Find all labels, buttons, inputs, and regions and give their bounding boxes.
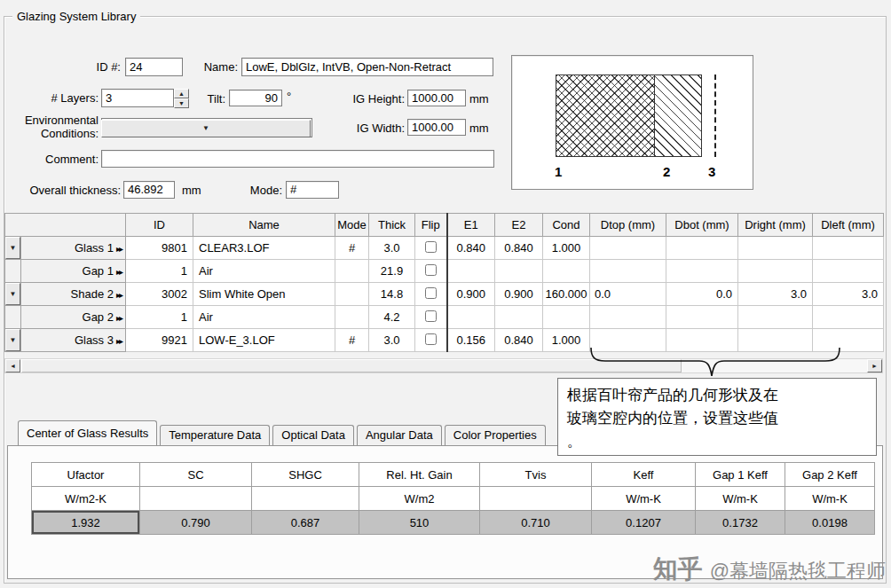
double-arrow-icon[interactable]: ▸▸: [116, 290, 122, 300]
name-field[interactable]: [241, 58, 493, 76]
row-dropdown-icon[interactable]: ▼: [5, 237, 20, 259]
scroll-right-icon[interactable]: ►: [867, 359, 882, 372]
cell-e2[interactable]: 0.900: [495, 283, 543, 306]
cell-dbot[interactable]: [666, 237, 738, 260]
results-value-ufactor[interactable]: 1.932: [32, 511, 140, 535]
results-values-row: 1.932 0.790 0.687 510 0.710 0.1207 0.173…: [32, 511, 875, 535]
cell-e1[interactable]: 0.900: [447, 283, 495, 306]
double-arrow-icon[interactable]: ▸▸: [116, 267, 122, 277]
cell-name[interactable]: Air: [193, 260, 335, 283]
cell-id[interactable]: 1: [126, 260, 193, 283]
comment-field[interactable]: [101, 150, 494, 168]
cell-id[interactable]: 9921: [126, 329, 193, 352]
spinner-up-icon[interactable]: ▲: [174, 89, 189, 98]
cell-e2[interactable]: 0.840: [495, 329, 543, 352]
flip-checkbox[interactable]: [425, 287, 437, 299]
spinner-down-icon[interactable]: ▼: [174, 98, 189, 108]
double-arrow-icon[interactable]: ▸▸: [116, 313, 122, 323]
row-dropdown-icon[interactable]: ▼: [5, 283, 20, 305]
col-header-e1: E1: [447, 214, 495, 237]
tab-angular-data[interactable]: Angular Data: [357, 425, 442, 445]
cell-thick[interactable]: 4.2: [369, 306, 415, 329]
results-value-tvis[interactable]: 0.710: [480, 511, 592, 535]
cell-mode[interactable]: [335, 260, 369, 283]
cell-e1[interactable]: [447, 306, 495, 329]
cell-dtop[interactable]: [590, 306, 666, 329]
cell-thick[interactable]: 21.9: [369, 260, 415, 283]
cell-id[interactable]: 3002: [126, 283, 193, 306]
col-header-name: Name: [193, 214, 335, 237]
ig-height-field[interactable]: [407, 90, 466, 106]
row-dropdown-icon[interactable]: ▼: [5, 329, 20, 351]
cell-e1[interactable]: [447, 260, 495, 283]
tab-center-of-glass-results[interactable]: Center of Glass Results: [18, 420, 157, 445]
cell-e2[interactable]: 0.840: [495, 237, 543, 260]
cell-mode[interactable]: #: [335, 329, 369, 352]
results-unit: [140, 487, 252, 511]
layers-field[interactable]: [101, 89, 174, 107]
id-field[interactable]: [125, 58, 183, 76]
cell-dbot[interactable]: [666, 260, 738, 283]
double-arrow-icon[interactable]: ▸▸: [116, 244, 122, 254]
cell-e1[interactable]: 0.840: [447, 237, 495, 260]
results-value-rel-ht-gain[interactable]: 510: [359, 511, 480, 535]
cell-dright[interactable]: [738, 306, 813, 329]
cell-id[interactable]: 9801: [126, 237, 193, 260]
cell-thick[interactable]: 14.8: [369, 283, 415, 306]
cell-mode[interactable]: #: [335, 237, 369, 260]
flip-checkbox[interactable]: [425, 264, 437, 276]
cell-dleft[interactable]: 3.0: [813, 283, 884, 306]
cell-dleft[interactable]: [813, 237, 884, 260]
env-conditions-dropdown[interactable]: NFRC 100-2010 ▼: [101, 118, 312, 137]
results-value-shgc[interactable]: 0.687: [252, 511, 359, 535]
row-label[interactable]: Gap 1▸▸: [21, 260, 126, 283]
cell-mode[interactable]: [335, 283, 369, 306]
cell-e2[interactable]: [495, 306, 543, 329]
cell-e1[interactable]: 0.156: [447, 329, 495, 352]
cell-dright[interactable]: 3.0: [738, 283, 813, 306]
cell-cond[interactable]: 160.000: [543, 283, 590, 306]
cell-dright[interactable]: [738, 260, 813, 283]
cell-mode[interactable]: [335, 306, 369, 329]
cell-id[interactable]: 1: [126, 306, 193, 329]
cell-dtop[interactable]: [590, 260, 666, 283]
row-label[interactable]: Glass 3▸▸: [21, 329, 126, 352]
cell-thick[interactable]: 3.0: [369, 329, 415, 352]
cell-name[interactable]: Slim White Open: [193, 283, 335, 306]
results-value-keff[interactable]: 0.1207: [592, 511, 696, 535]
cell-thick[interactable]: 3.0: [369, 237, 415, 260]
cell-dleft[interactable]: [813, 260, 884, 283]
flip-checkbox[interactable]: [425, 310, 437, 322]
cell-dtop[interactable]: [590, 237, 666, 260]
cell-name[interactable]: LOW-E_3.LOF: [193, 329, 335, 352]
cell-dbot[interactable]: 0.0: [666, 283, 738, 306]
double-arrow-icon[interactable]: ▸▸: [116, 336, 122, 346]
row-label[interactable]: Glass 1▸▸: [21, 237, 126, 260]
scroll-left-icon[interactable]: ◄: [5, 359, 20, 372]
tab-optical-data[interactable]: Optical Data: [272, 425, 354, 445]
results-value-sc[interactable]: 0.790: [140, 511, 252, 535]
cell-dtop[interactable]: 0.0: [590, 283, 666, 306]
cell-e2[interactable]: [495, 260, 543, 283]
flip-checkbox[interactable]: [425, 241, 437, 253]
results-value-gap2-keff[interactable]: 0.0198: [785, 511, 875, 535]
cell-dleft[interactable]: [813, 306, 884, 329]
row-label[interactable]: Shade 2▸▸: [21, 283, 126, 306]
cell-dright[interactable]: [738, 237, 813, 260]
cell-name[interactable]: CLEAR3.LOF: [193, 237, 335, 260]
scrollbar-thumb[interactable]: [21, 359, 682, 372]
cell-cond[interactable]: 1.000: [543, 329, 590, 352]
cell-cond[interactable]: 1.000: [543, 237, 590, 260]
cell-name[interactable]: Air: [193, 306, 335, 329]
tab-temperature-data[interactable]: Temperature Data: [160, 425, 270, 445]
flip-checkbox[interactable]: [425, 333, 437, 345]
ig-width-field[interactable]: [407, 119, 466, 136]
cell-cond[interactable]: [543, 306, 590, 329]
row-label[interactable]: Gap 2▸▸: [21, 306, 126, 329]
tab-color-properties[interactable]: Color Properties: [445, 425, 546, 445]
cell-dbot[interactable]: [666, 306, 738, 329]
results-value-gap1-keff[interactable]: 0.1732: [696, 511, 785, 535]
chevron-down-icon[interactable]: ▼: [101, 120, 311, 137]
tilt-field[interactable]: [229, 90, 282, 106]
cell-cond[interactable]: [543, 260, 590, 283]
